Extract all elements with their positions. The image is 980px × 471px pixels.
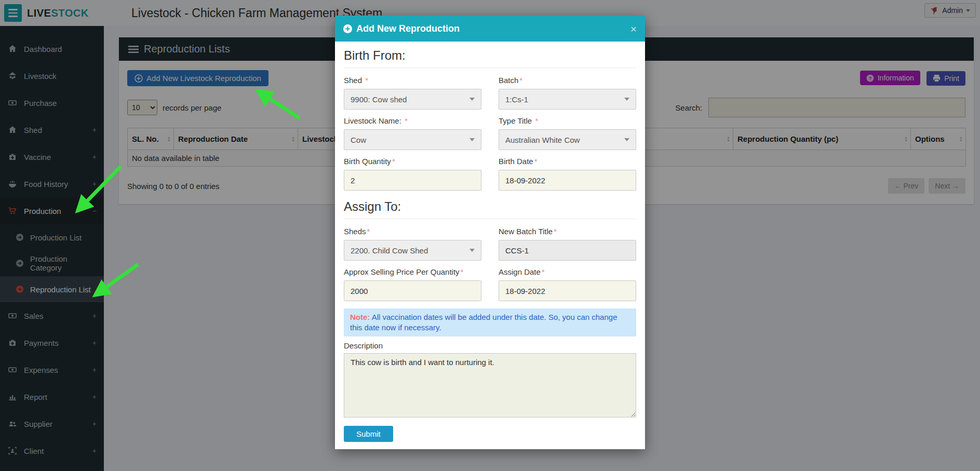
modal-header: Add New Reproduction × [335, 16, 645, 42]
assign-date-label: Assign Date* [499, 267, 636, 277]
chevron-down-icon [469, 249, 475, 252]
birth-date-input[interactable] [499, 170, 636, 191]
assign-date-input[interactable] [499, 280, 636, 301]
chevron-down-icon [624, 98, 629, 101]
livestock-name-label: Livestock Name: * [344, 116, 481, 126]
batch-select[interactable]: 1:Cs-1 [499, 89, 636, 110]
chevron-down-icon [624, 138, 629, 141]
birth-quantity-input[interactable] [344, 170, 481, 191]
description-label: Description [344, 341, 636, 351]
chevron-down-icon [469, 98, 475, 101]
birth-date-label: Birth Date* [499, 156, 636, 167]
description-textarea[interactable]: This cow is birth and I want to nurturin… [344, 353, 636, 418]
approx-selling-price-label: Approx Selling Price Per Quantity* [344, 267, 481, 277]
plus-circle-icon [343, 24, 352, 33]
note-box: Note: All vaccination dates will be adde… [344, 308, 636, 337]
type-title-select[interactable]: Australian White Cow [499, 129, 636, 150]
livestock-name-select[interactable]: Cow [344, 129, 481, 150]
batch-label: Batch* [499, 75, 636, 86]
chevron-down-icon [469, 138, 475, 141]
birth-quantity-label: Birth Quantity* [344, 156, 481, 167]
application-window: LIVESTOCK Livestock - Chicken Farm Manag… [0, 0, 980, 471]
modal-title: Add New Reproduction [343, 23, 460, 34]
approx-selling-price-input[interactable] [344, 280, 481, 301]
assign-to-heading: Assign To: [344, 199, 636, 219]
new-batch-title-input[interactable] [499, 240, 636, 261]
sheds-select[interactable]: 2200. Child Cow Shed [344, 240, 481, 261]
close-icon[interactable]: × [630, 23, 637, 34]
note-label: Note: [350, 313, 370, 321]
modal-body: Birth From: Shed * 9900: Cow shed Batch*… [335, 42, 645, 442]
submit-button[interactable]: Submit [344, 426, 393, 442]
type-title-label: Type Title * [499, 116, 636, 126]
sheds-label: Sheds* [344, 226, 481, 237]
shed-label: Shed * [344, 75, 481, 86]
birth-from-heading: Birth From: [344, 48, 636, 68]
new-batch-title-label: New Batch Title* [499, 226, 636, 237]
add-new-reproduction-modal: Add New Reproduction × Birth From: Shed … [335, 16, 645, 449]
shed-select[interactable]: 9900: Cow shed [344, 89, 481, 110]
